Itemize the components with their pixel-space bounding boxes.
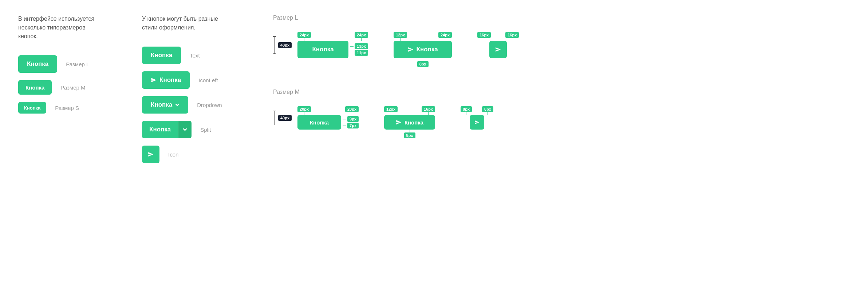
icon-pad-right-l-tag: 24px xyxy=(438,32,452,38)
chevron-down-icon xyxy=(175,103,179,107)
dim-btn-text-m[interactable]: Кнопка xyxy=(297,115,341,130)
dim-block-m: Размер M 40px xyxy=(273,89,583,138)
btn-size-m[interactable]: Кнопка xyxy=(18,80,52,95)
style-label-icon: Icon xyxy=(168,151,178,158)
pad-bot-l-tag: 11px xyxy=(355,50,368,56)
dim-btn-text-l[interactable]: Кнопка xyxy=(297,41,348,58)
btn-size-l[interactable]: Кнопка xyxy=(18,55,57,73)
size-row-l: Кнопка Размер L xyxy=(18,55,120,73)
section-styles: У кнопок могут быть разные стили оформле… xyxy=(142,15,251,170)
size-label-m: Размер M xyxy=(60,84,85,91)
btn-dropdown-text: Кнопка xyxy=(151,101,172,108)
btn-split-arrow[interactable] xyxy=(178,121,192,138)
btn-iconleft-text: Кнопка xyxy=(159,76,181,84)
dim-icon-only-send-m xyxy=(474,120,480,125)
height-l-tag: 48px xyxy=(278,42,292,48)
icon-only-pad2-m-tag: 8px xyxy=(482,106,493,112)
btn-split-main[interactable]: Кнопка xyxy=(142,121,178,138)
dim-btn-icontext-l[interactable]: Кнопка xyxy=(394,41,452,58)
btn-style-icon[interactable] xyxy=(142,146,159,163)
pad-top-m-tag: 9px xyxy=(347,116,359,122)
dim-row-m: 40px 20px 20px xyxy=(273,106,583,138)
dim-block-l: Размер L 48px xyxy=(273,15,583,67)
sizes-intro-text: В интерфейсе используется несколько типо… xyxy=(18,15,106,41)
btn-style-text[interactable]: Кнопка xyxy=(142,47,181,64)
size-label-s: Размер S xyxy=(55,105,79,111)
icon-pad-bot-m-tag: 8px xyxy=(404,132,415,138)
styles-intro-text: У кнопок могут быть разные стили оформле… xyxy=(142,15,229,32)
dim-btn-icon-only-m[interactable] xyxy=(470,115,484,130)
dim-title-m: Размер M xyxy=(273,89,583,95)
section-sizes: В интерфейсе используется несколько типо… xyxy=(18,15,120,121)
section-dimensions: Размер L 48px xyxy=(273,15,583,138)
btn-split-container: Кнопка xyxy=(142,121,192,138)
style-row-iconleft: Кнопка IconLeft xyxy=(142,71,251,89)
pad-top-l-tag: 13px xyxy=(355,43,368,49)
btn-style-dropdown[interactable]: Кнопка xyxy=(142,96,188,114)
pad-left-m-tag: 20px xyxy=(297,106,311,112)
dim-text-btn-m: 20px 20px Кнопка xyxy=(297,106,359,130)
btn-size-s[interactable]: Кнопка xyxy=(18,102,46,114)
icon-only-send-icon xyxy=(148,151,154,157)
pad-right-l-tag: 24px xyxy=(355,32,368,38)
dim-btn-icontext-m[interactable]: Кнопка xyxy=(384,115,435,130)
split-chevron-icon xyxy=(183,127,187,132)
icon-pad-left-l-tag: 12px xyxy=(394,32,407,38)
icon-only-pad-l-tag: 16px xyxy=(477,32,491,38)
style-row-split: Кнопка Split xyxy=(142,121,251,138)
style-row-icon: Icon xyxy=(142,146,251,163)
style-label-split: Split xyxy=(200,127,211,133)
dim-title-l: Размер L xyxy=(273,15,583,21)
size-label-l: Размер L xyxy=(66,61,89,67)
dim-icon-only-send-l xyxy=(495,47,501,52)
style-row-text: Кнопка Text xyxy=(142,47,251,64)
style-row-dropdown: Кнопка Dropdown xyxy=(142,96,251,114)
pad-bot-m-tag: 7px xyxy=(347,123,359,128)
pad-right-m-tag: 20px xyxy=(345,106,359,112)
dim-text-btn-l: 24px 24px Кнопка xyxy=(297,32,368,58)
dim-row-l: 48px 24px 24px xyxy=(273,32,583,67)
size-row-s: Кнопка Размер S xyxy=(18,102,120,114)
pad-left-l-tag: 24px xyxy=(297,32,311,38)
main-container: В интерфейсе используется несколько типо… xyxy=(0,0,868,185)
send-icon xyxy=(151,77,157,83)
style-label-text: Text xyxy=(190,52,200,59)
style-label-dropdown: Dropdown xyxy=(197,102,222,108)
style-label-iconleft: IconLeft xyxy=(198,77,218,83)
dim-send-icon-m xyxy=(396,119,402,125)
icon-pad-bot-l-tag: 8px xyxy=(417,61,429,67)
dim-send-icon-l xyxy=(408,47,414,52)
icon-only-pad-m-tag: 8px xyxy=(461,106,472,112)
height-m-tag: 40px xyxy=(278,115,292,121)
icon-pad-left-m-tag: 12px xyxy=(384,106,398,112)
icon-pad-right-m-tag: 16px xyxy=(422,106,435,112)
icon-only-pad2-l-tag: 16px xyxy=(505,32,519,38)
dim-btn-icon-only-l[interactable] xyxy=(489,41,507,58)
size-row-m: Кнопка Размер M xyxy=(18,80,120,95)
btn-style-iconleft[interactable]: Кнопка xyxy=(142,71,190,89)
